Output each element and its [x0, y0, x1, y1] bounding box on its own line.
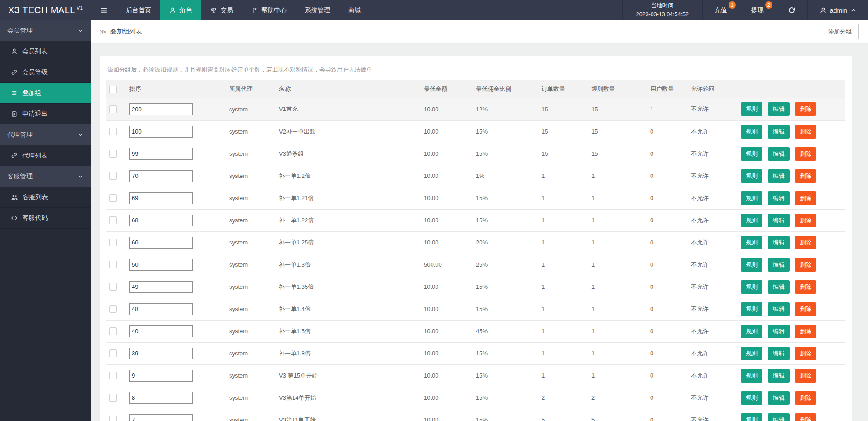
- topnav-item[interactable]: 帮助中心: [242, 0, 296, 20]
- recharge-button[interactable]: 充值 1: [703, 0, 739, 20]
- row-checkbox[interactable]: [109, 283, 117, 291]
- menu-toggle-button[interactable]: [91, 0, 117, 20]
- delete-button[interactable]: 删除: [795, 302, 816, 316]
- sort-input[interactable]: [129, 259, 193, 271]
- topnav-item[interactable]: 后台首页: [117, 0, 160, 20]
- sidebar-group-header[interactable]: 会员管理: [0, 20, 91, 41]
- topnav-item[interactable]: 交易: [201, 0, 242, 20]
- rule-button[interactable]: 规则: [741, 325, 762, 338]
- delete-button[interactable]: 删除: [795, 147, 816, 161]
- sidebar-group-header[interactable]: 代理管理: [0, 124, 91, 145]
- delete-button[interactable]: 删除: [795, 391, 816, 405]
- sidebar-group-header[interactable]: 客服管理: [0, 166, 91, 187]
- sort-input[interactable]: [129, 348, 193, 359]
- edit-button[interactable]: 编辑: [768, 191, 790, 205]
- rule-button[interactable]: 规则: [741, 214, 762, 227]
- refresh-button[interactable]: [776, 0, 808, 20]
- sort-input[interactable]: [129, 325, 193, 337]
- row-checkbox[interactable]: [109, 194, 117, 202]
- rule-button[interactable]: 规则: [741, 191, 762, 205]
- delete-button[interactable]: 删除: [795, 369, 816, 383]
- delete-button[interactable]: 删除: [795, 258, 816, 272]
- select-all-checkbox[interactable]: [109, 86, 117, 93]
- edit-button[interactable]: 编辑: [768, 391, 790, 405]
- row-checkbox[interactable]: [109, 128, 117, 135]
- delete-button[interactable]: 删除: [795, 413, 816, 421]
- sort-input[interactable]: [129, 148, 193, 160]
- rule-button[interactable]: 规则: [741, 102, 762, 116]
- row-checkbox[interactable]: [109, 349, 117, 357]
- sidebar-item[interactable]: 客服列表: [0, 187, 91, 208]
- rule-button[interactable]: 规则: [741, 302, 762, 316]
- sidebar-item[interactable]: 代理列表: [0, 145, 91, 166]
- sort-input[interactable]: [129, 237, 193, 249]
- edit-button[interactable]: 编辑: [768, 347, 790, 360]
- delete-button[interactable]: 删除: [795, 347, 816, 360]
- edit-button[interactable]: 编辑: [768, 258, 790, 272]
- row-checkbox[interactable]: [109, 261, 117, 268]
- sidebar-item[interactable]: 叠加组: [0, 83, 91, 104]
- edit-button[interactable]: 编辑: [768, 214, 790, 227]
- agent-cell: system: [226, 254, 276, 276]
- edit-button[interactable]: 编辑: [768, 147, 790, 161]
- row-checkbox[interactable]: [109, 327, 117, 335]
- edit-button[interactable]: 编辑: [768, 413, 790, 421]
- min-amount-cell: 10.00: [421, 320, 473, 342]
- topnav-item[interactable]: 系统管理: [296, 0, 339, 20]
- row-checkbox[interactable]: [109, 239, 117, 246]
- sidebar-item[interactable]: 会员等级: [0, 62, 91, 83]
- rule-button[interactable]: 规则: [741, 347, 762, 360]
- delete-button[interactable]: 删除: [795, 191, 816, 205]
- edit-button[interactable]: 编辑: [768, 280, 790, 294]
- rule-button[interactable]: 规则: [741, 413, 762, 421]
- rule-button[interactable]: 规则: [741, 147, 762, 161]
- delete-button[interactable]: 删除: [795, 169, 816, 183]
- row-checkbox[interactable]: [109, 372, 117, 379]
- sort-input[interactable]: [129, 103, 193, 115]
- rule-button[interactable]: 规则: [741, 258, 762, 272]
- edit-button[interactable]: 编辑: [768, 325, 790, 338]
- row-checkbox[interactable]: [109, 305, 117, 313]
- rule-button[interactable]: 规则: [741, 391, 762, 405]
- sort-input[interactable]: [129, 215, 193, 226]
- rule-button[interactable]: 规则: [741, 169, 762, 183]
- delete-button[interactable]: 删除: [795, 102, 816, 116]
- rule-button[interactable]: 规则: [741, 236, 762, 249]
- sort-input[interactable]: [129, 281, 193, 293]
- edit-button[interactable]: 编辑: [768, 369, 790, 383]
- rule-button[interactable]: 规则: [741, 280, 762, 294]
- delete-button[interactable]: 删除: [795, 125, 816, 139]
- sidebar-item[interactable]: 客服代码: [0, 208, 91, 229]
- row-checkbox[interactable]: [109, 172, 117, 180]
- sort-input[interactable]: [129, 192, 193, 204]
- withdraw-button[interactable]: 提现 2: [739, 0, 776, 20]
- edit-button[interactable]: 编辑: [768, 169, 790, 183]
- sort-input[interactable]: [129, 126, 193, 138]
- add-group-button[interactable]: 添加分组: [821, 24, 859, 39]
- delete-button[interactable]: 删除: [795, 325, 816, 338]
- delete-button[interactable]: 删除: [795, 280, 816, 294]
- user-menu[interactable]: admin: [808, 0, 868, 20]
- sort-input[interactable]: [129, 392, 193, 404]
- edit-button[interactable]: 编辑: [768, 102, 790, 116]
- delete-button[interactable]: 删除: [795, 236, 816, 249]
- rule-button[interactable]: 规则: [741, 125, 762, 139]
- edit-button[interactable]: 编辑: [768, 302, 790, 316]
- topnav-item[interactable]: 商城: [339, 0, 370, 20]
- row-checkbox[interactable]: [109, 416, 117, 421]
- row-checkbox[interactable]: [109, 394, 117, 402]
- row-checkbox[interactable]: [109, 105, 117, 113]
- sort-input[interactable]: [129, 170, 193, 182]
- edit-button[interactable]: 编辑: [768, 125, 790, 139]
- topnav-item[interactable]: 角色: [160, 0, 201, 20]
- row-checkbox[interactable]: [109, 216, 117, 224]
- edit-button[interactable]: 编辑: [768, 236, 790, 249]
- sidebar-item[interactable]: 会员列表: [0, 41, 91, 62]
- sidebar-item[interactable]: 申请退出: [0, 104, 91, 124]
- row-checkbox[interactable]: [109, 150, 117, 158]
- delete-button[interactable]: 删除: [795, 214, 816, 227]
- sort-input[interactable]: [129, 303, 193, 315]
- sort-input[interactable]: [129, 414, 193, 421]
- rule-button[interactable]: 规则: [741, 369, 762, 383]
- sort-input[interactable]: [129, 370, 193, 382]
